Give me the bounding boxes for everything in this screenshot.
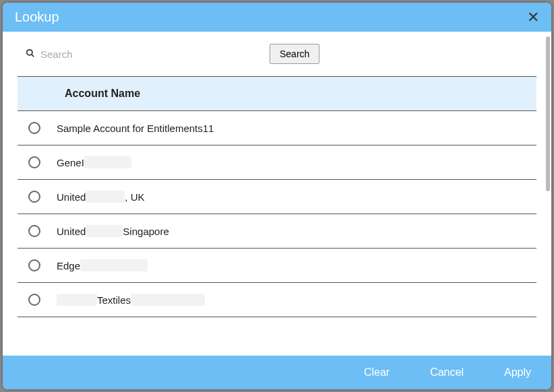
dialog-title: Lookup: [15, 9, 59, 25]
redacted-segment: [57, 294, 97, 306]
table-row[interactable]: Sample Account for Entitlements11: [18, 111, 536, 145]
cell-text: United: [57, 191, 86, 203]
radio-select[interactable]: [28, 259, 40, 271]
redacted-segment: [80, 259, 148, 271]
redacted-segment: [86, 191, 125, 203]
search-field: [26, 48, 256, 60]
search-row: Search: [3, 32, 551, 76]
cell-text: Edge: [57, 260, 80, 271]
cell-text: Sample Account for Entitlements11: [57, 123, 214, 134]
cell-text: Singapore: [123, 226, 168, 237]
account-name-cell: United Singapore: [57, 225, 169, 237]
results-table: Account Name Sample Account for Entitlem…: [3, 76, 551, 317]
table-row[interactable]: United , UK: [18, 180, 536, 214]
cell-text: GeneI: [57, 157, 84, 168]
table-row[interactable]: GeneI: [18, 145, 536, 180]
table-row[interactable]: Edge: [18, 249, 536, 283]
radio-select[interactable]: [28, 294, 40, 306]
account-name-cell: GeneI: [57, 156, 131, 168]
cancel-button[interactable]: Cancel: [430, 366, 464, 379]
account-name-cell: Edge: [57, 259, 148, 271]
clear-button[interactable]: Clear: [364, 366, 390, 379]
radio-select[interactable]: [28, 191, 40, 203]
close-icon[interactable]: ✕: [527, 10, 539, 25]
svg-line-1: [32, 54, 34, 57]
redacted-segment: [131, 294, 205, 306]
svg-point-0: [27, 49, 32, 55]
redacted-segment: [84, 156, 131, 168]
table-row[interactable]: United Singapore: [18, 214, 536, 249]
search-button[interactable]: Search: [270, 44, 319, 64]
cell-text: , UK: [125, 191, 144, 203]
dialog-footer: Clear Cancel Apply: [3, 356, 551, 389]
account-name-cell: Textiles: [57, 294, 205, 306]
radio-select[interactable]: [28, 225, 40, 237]
apply-button[interactable]: Apply: [504, 366, 531, 379]
radio-select[interactable]: [28, 156, 40, 168]
lookup-dialog: Lookup ✕ Search Account Name Sample Acco…: [3, 3, 551, 389]
dialog-header: Lookup ✕: [3, 3, 551, 32]
search-icon: [26, 48, 35, 60]
column-header-account-name: Account Name: [18, 76, 536, 111]
redacted-segment: [86, 225, 123, 237]
radio-select[interactable]: [28, 122, 40, 134]
account-name-cell: Sample Account for Entitlements11: [57, 123, 214, 134]
cell-text: Textiles: [97, 294, 131, 306]
cell-text: United: [57, 226, 86, 237]
account-name-cell: United , UK: [57, 191, 145, 203]
scrollbar[interactable]: [546, 36, 550, 191]
search-input[interactable]: [40, 48, 256, 60]
table-row[interactable]: Textiles: [18, 283, 536, 317]
dialog-body: Search Account Name Sample Account for E…: [3, 32, 551, 356]
